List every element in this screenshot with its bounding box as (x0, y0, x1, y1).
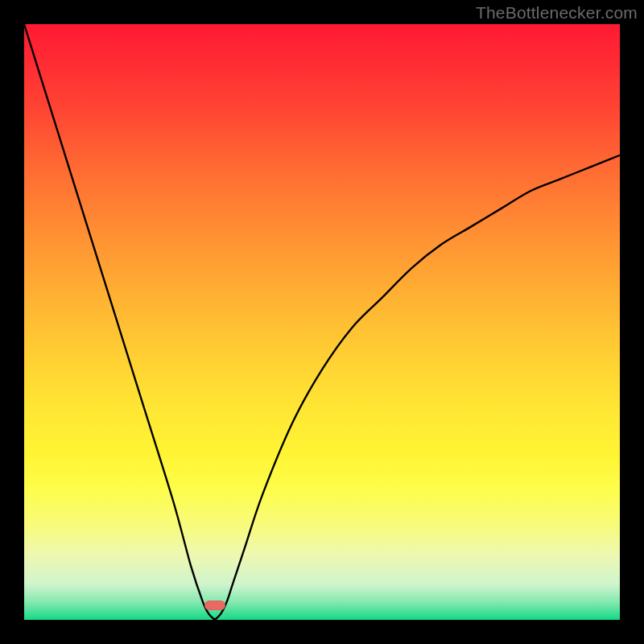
bottleneck-curve (24, 24, 620, 620)
minimum-marker (204, 601, 225, 610)
chart-plot-area (24, 24, 620, 620)
watermark-text: TheBottlenecker.com (476, 3, 638, 23)
